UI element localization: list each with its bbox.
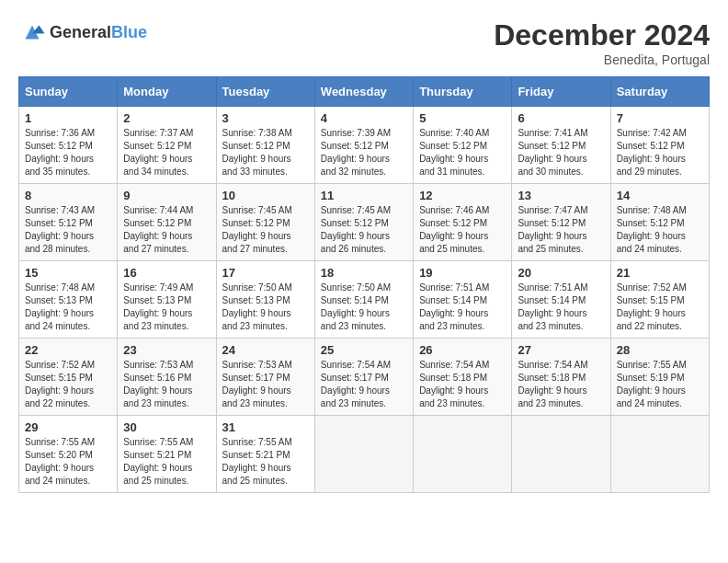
cell-info: Sunrise: 7:52 AMSunset: 5:15 PMDaylight:… <box>25 360 95 408</box>
day-number: 17 <box>222 266 309 280</box>
cell-info: Sunrise: 7:50 AMSunset: 5:13 PMDaylight:… <box>222 282 292 331</box>
cell-info: Sunrise: 7:53 AMSunset: 5:17 PMDaylight:… <box>222 360 292 408</box>
cell-info: Sunrise: 7:55 AMSunset: 5:21 PMDaylight:… <box>222 437 292 486</box>
day-header-sunday: Sunday <box>19 77 118 107</box>
calendar-cell: 3Sunrise: 7:38 AMSunset: 5:12 PMDaylight… <box>216 107 314 184</box>
cell-info: Sunrise: 7:41 AMSunset: 5:12 PMDaylight:… <box>518 128 587 177</box>
logo: GeneralBlue <box>18 18 147 46</box>
cell-info: Sunrise: 7:51 AMSunset: 5:14 PMDaylight:… <box>518 282 587 331</box>
calendar-week-row: 29Sunrise: 7:55 AMSunset: 5:20 PMDayligh… <box>19 416 710 493</box>
calendar-cell: 16Sunrise: 7:49 AMSunset: 5:13 PMDayligh… <box>118 261 216 339</box>
cell-info: Sunrise: 7:38 AMSunset: 5:12 PMDaylight:… <box>222 128 292 177</box>
calendar-cell: 28Sunrise: 7:55 AMSunset: 5:19 PMDayligh… <box>610 339 709 416</box>
cell-info: Sunrise: 7:44 AMSunset: 5:12 PMDaylight:… <box>123 205 193 254</box>
month-title: December 2024 <box>494 18 710 52</box>
day-number: 8 <box>25 189 111 202</box>
day-number: 20 <box>518 266 604 280</box>
day-number: 22 <box>25 343 111 357</box>
calendar-cell <box>414 416 512 493</box>
calendar-cell: 19Sunrise: 7:51 AMSunset: 5:14 PMDayligh… <box>414 261 512 339</box>
cell-info: Sunrise: 7:55 AMSunset: 5:20 PMDaylight:… <box>25 437 95 486</box>
day-number: 6 <box>518 111 604 125</box>
cell-info: Sunrise: 7:40 AMSunset: 5:12 PMDaylight:… <box>419 128 489 177</box>
calendar-cell: 25Sunrise: 7:54 AMSunset: 5:17 PMDayligh… <box>314 339 413 416</box>
calendar-cell: 5Sunrise: 7:40 AMSunset: 5:12 PMDaylight… <box>414 107 512 184</box>
day-number: 12 <box>419 189 506 202</box>
day-number: 31 <box>222 420 309 434</box>
day-number: 18 <box>321 266 407 280</box>
day-number: 13 <box>518 189 604 202</box>
day-number: 27 <box>518 343 604 357</box>
title-area: December 2024 Benedita, Portugal <box>494 18 710 67</box>
day-number: 15 <box>25 266 111 280</box>
calendar-cell: 15Sunrise: 7:48 AMSunset: 5:13 PMDayligh… <box>19 261 118 339</box>
calendar-week-row: 22Sunrise: 7:52 AMSunset: 5:15 PMDayligh… <box>19 339 710 416</box>
cell-info: Sunrise: 7:37 AMSunset: 5:12 PMDaylight:… <box>123 128 193 177</box>
calendar-cell: 6Sunrise: 7:41 AMSunset: 5:12 PMDaylight… <box>512 107 610 184</box>
day-number: 29 <box>25 420 111 434</box>
day-number: 19 <box>419 266 506 280</box>
cell-info: Sunrise: 7:55 AMSunset: 5:19 PMDaylight:… <box>617 360 687 408</box>
day-number: 16 <box>123 266 210 280</box>
day-header-thursday: Thursday <box>414 77 512 107</box>
logo-blue-text: Blue <box>111 23 147 41</box>
day-number: 23 <box>123 343 210 357</box>
day-number: 25 <box>321 343 407 357</box>
day-number: 30 <box>123 420 210 434</box>
day-number: 4 <box>321 111 407 125</box>
cell-info: Sunrise: 7:54 AMSunset: 5:18 PMDaylight:… <box>518 360 587 408</box>
location-subtitle: Benedita, Portugal <box>494 52 710 67</box>
calendar-cell: 31Sunrise: 7:55 AMSunset: 5:21 PMDayligh… <box>216 416 314 493</box>
day-number: 5 <box>419 111 506 125</box>
calendar-cell: 27Sunrise: 7:54 AMSunset: 5:18 PMDayligh… <box>512 339 610 416</box>
cell-info: Sunrise: 7:51 AMSunset: 5:14 PMDaylight:… <box>419 282 489 331</box>
cell-info: Sunrise: 7:47 AMSunset: 5:12 PMDaylight:… <box>518 205 587 254</box>
logo-icon <box>18 18 46 46</box>
cell-info: Sunrise: 7:55 AMSunset: 5:21 PMDaylight:… <box>123 437 193 486</box>
day-number: 11 <box>321 189 407 202</box>
calendar-body: 1Sunrise: 7:36 AMSunset: 5:12 PMDaylight… <box>19 107 710 493</box>
cell-info: Sunrise: 7:48 AMSunset: 5:12 PMDaylight:… <box>617 205 687 254</box>
calendar-cell: 2Sunrise: 7:37 AMSunset: 5:12 PMDaylight… <box>118 107 216 184</box>
day-number: 9 <box>123 189 210 202</box>
day-number: 3 <box>222 111 309 125</box>
calendar-cell: 9Sunrise: 7:44 AMSunset: 5:12 PMDaylight… <box>118 184 216 261</box>
cell-info: Sunrise: 7:45 AMSunset: 5:12 PMDaylight:… <box>222 205 292 254</box>
cell-info: Sunrise: 7:39 AMSunset: 5:12 PMDaylight:… <box>321 128 391 177</box>
calendar-table: SundayMondayTuesdayWednesdayThursdayFrid… <box>18 76 710 493</box>
day-header-tuesday: Tuesday <box>216 77 314 107</box>
calendar-cell: 29Sunrise: 7:55 AMSunset: 5:20 PMDayligh… <box>19 416 118 493</box>
cell-info: Sunrise: 7:46 AMSunset: 5:12 PMDaylight:… <box>419 205 489 254</box>
calendar-cell <box>610 416 709 493</box>
calendar-cell: 12Sunrise: 7:46 AMSunset: 5:12 PMDayligh… <box>414 184 512 261</box>
cell-info: Sunrise: 7:49 AMSunset: 5:13 PMDaylight:… <box>123 282 193 331</box>
day-header-monday: Monday <box>118 77 216 107</box>
cell-info: Sunrise: 7:36 AMSunset: 5:12 PMDaylight:… <box>25 128 95 177</box>
calendar-cell: 26Sunrise: 7:54 AMSunset: 5:18 PMDayligh… <box>414 339 512 416</box>
calendar-cell: 18Sunrise: 7:50 AMSunset: 5:14 PMDayligh… <box>314 261 413 339</box>
calendar-cell: 11Sunrise: 7:45 AMSunset: 5:12 PMDayligh… <box>314 184 413 261</box>
day-number: 24 <box>222 343 309 357</box>
calendar-cell: 21Sunrise: 7:52 AMSunset: 5:15 PMDayligh… <box>610 261 709 339</box>
calendar-cell: 7Sunrise: 7:42 AMSunset: 5:12 PMDaylight… <box>610 107 709 184</box>
day-header-friday: Friday <box>512 77 610 107</box>
calendar-cell: 4Sunrise: 7:39 AMSunset: 5:12 PMDaylight… <box>314 107 413 184</box>
cell-info: Sunrise: 7:54 AMSunset: 5:17 PMDaylight:… <box>321 360 391 408</box>
calendar-cell: 24Sunrise: 7:53 AMSunset: 5:17 PMDayligh… <box>216 339 314 416</box>
day-number: 14 <box>617 189 703 202</box>
calendar-week-row: 15Sunrise: 7:48 AMSunset: 5:13 PMDayligh… <box>19 261 710 339</box>
day-number: 2 <box>123 111 210 125</box>
cell-info: Sunrise: 7:45 AMSunset: 5:12 PMDaylight:… <box>321 205 391 254</box>
day-number: 21 <box>617 266 703 280</box>
cell-info: Sunrise: 7:52 AMSunset: 5:15 PMDaylight:… <box>617 282 687 331</box>
calendar-cell: 17Sunrise: 7:50 AMSunset: 5:13 PMDayligh… <box>216 261 314 339</box>
cell-info: Sunrise: 7:42 AMSunset: 5:12 PMDaylight:… <box>617 128 687 177</box>
day-header-saturday: Saturday <box>610 77 709 107</box>
calendar-cell <box>314 416 413 493</box>
cell-info: Sunrise: 7:53 AMSunset: 5:16 PMDaylight:… <box>123 360 193 408</box>
cell-info: Sunrise: 7:43 AMSunset: 5:12 PMDaylight:… <box>25 205 95 254</box>
logo-general-text: General <box>50 23 111 41</box>
day-number: 7 <box>617 111 703 125</box>
calendar-cell: 1Sunrise: 7:36 AMSunset: 5:12 PMDaylight… <box>19 107 118 184</box>
calendar-cell: 10Sunrise: 7:45 AMSunset: 5:12 PMDayligh… <box>216 184 314 261</box>
